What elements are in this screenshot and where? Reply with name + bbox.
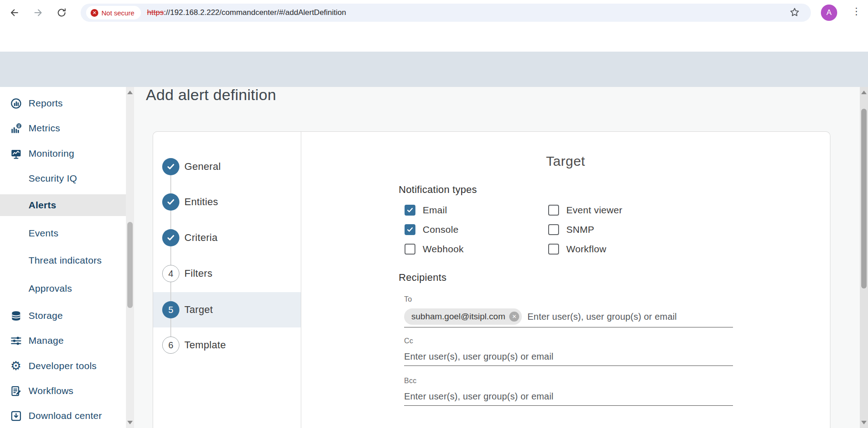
checkbox-checked-icon [405, 224, 415, 235]
checkbox-snmp[interactable]: SNMP [548, 224, 622, 235]
input-placeholder: Enter user(s), user group(s) or email [527, 312, 677, 322]
cc-field: CcEnter user(s), user group(s) or email [404, 337, 733, 366]
checkbox-webhook[interactable]: Webhook [405, 244, 548, 255]
notification-types-grid: EmailEvent viewerConsoleSNMPWebhookWorkf… [405, 200, 622, 259]
bookmark-star-icon[interactable] [789, 7, 800, 19]
metrics-icon [9, 121, 23, 135]
input-placeholder: Enter user(s), user group(s) or email [404, 351, 554, 362]
sidebar-item-label: Monitoring [29, 148, 74, 159]
field-label: To [404, 295, 733, 303]
sidebar-scrollbar[interactable] [126, 87, 134, 428]
download-icon [9, 409, 23, 423]
scroll-down-icon[interactable] [127, 421, 133, 424]
scroll-down-icon[interactable] [861, 421, 867, 424]
forward-icon[interactable] [32, 6, 44, 19]
chip-remove-icon[interactable]: ✕ [509, 312, 519, 322]
main-scrollbar-thumb[interactable] [861, 109, 867, 289]
checkbox-unchecked-icon [405, 244, 415, 255]
sidebar-item-manage[interactable]: Manage [0, 330, 126, 351]
chip-label: subham.goel@itsipl.com [411, 312, 505, 322]
sidebar-item-label: Security IQ [29, 173, 77, 184]
checkbox-label: Event viewer [566, 205, 622, 216]
sidebar-item-label: Alerts [29, 200, 56, 211]
to-input[interactable]: subham.goel@itsipl.com✕Enter user(s), us… [404, 306, 733, 327]
checkbox-email[interactable]: Email [405, 205, 548, 216]
sidebar-item-alerts[interactable]: Alerts [0, 194, 126, 216]
sidebar-item-label: Reports [29, 98, 63, 109]
sidebar-item-label: Threat indicators [29, 255, 102, 266]
sidebar-item-workflows[interactable]: Workflows [0, 380, 126, 402]
sidebar-item-storage[interactable]: Storage [0, 305, 126, 327]
sidebar-item-download-center[interactable]: Download center [0, 405, 126, 427]
url-rest: ://192.168.2.222/commandcenter/#/addAler… [164, 8, 346, 17]
bookmarks-bar: All Bookmarks [0, 25, 868, 52]
bcc-field: BccEnter user(s), user group(s) or email [404, 377, 733, 406]
sidebar-item-security-iq[interactable]: Security IQ [0, 168, 126, 189]
stepper-divider [301, 132, 301, 428]
checkbox-unchecked-icon [548, 244, 559, 255]
panel-title: Target [301, 154, 830, 169]
step-template[interactable]: 6Template [153, 334, 301, 356]
bcc-input[interactable]: Enter user(s), user group(s) or email [404, 388, 733, 406]
browser-toolbar: ✕ Not secure https://192.168.2.222/comma… [0, 0, 868, 25]
step-label: Filters [184, 268, 212, 279]
sidebar-item-label: Developer tools [29, 361, 96, 371]
step-label: Target [184, 304, 213, 316]
step-label: Template [184, 339, 226, 351]
step-filters[interactable]: 4Filters [153, 263, 301, 284]
checkbox-workflow[interactable]: Workflow [548, 244, 622, 255]
sidebar-item-label: Metrics [29, 123, 60, 134]
step-general[interactable]: General [153, 156, 301, 178]
checkbox-label: Webhook [423, 244, 463, 255]
sidebar-item-label: Download center [29, 410, 102, 421]
field-label: Bcc [404, 377, 733, 385]
recipient-chip[interactable]: subham.goel@itsipl.com✕ [404, 308, 522, 325]
recipients-heading: Recipients [399, 272, 447, 284]
browser-menu-icon[interactable]: ⋮ [852, 6, 861, 17]
checkbox-event-viewer[interactable]: Event viewer [548, 205, 622, 216]
input-placeholder: Enter user(s), user group(s) or email [404, 391, 554, 402]
sidebar-item-reports[interactable]: Reports [0, 92, 126, 114]
sidebar-item-approvals[interactable]: Approvals [0, 278, 126, 299]
step-label: Criteria [184, 232, 217, 244]
reports-icon [9, 96, 23, 110]
notification-types-heading: Notification types [399, 184, 477, 196]
not-secure-badge[interactable]: ✕ Not secure [86, 6, 141, 19]
checkbox-console[interactable]: Console [405, 224, 548, 235]
sidebar-scrollbar-thumb[interactable] [127, 222, 133, 308]
checkbox-label: SNMP [566, 224, 594, 235]
app-header: Commvault® SEARCH Search server, plans, … [0, 52, 868, 87]
step-entities[interactable]: Entities [153, 191, 301, 213]
back-icon[interactable] [8, 6, 21, 19]
sidebar-nav: ReportsMetricsMonitoringSecurity IQAlert… [0, 87, 134, 428]
step-number: 4 [162, 265, 179, 282]
step-check-icon [162, 193, 179, 211]
sidebar-item-monitoring[interactable]: Monitoring [0, 143, 126, 164]
sidebar-item-label: Approvals [29, 283, 72, 294]
sidebar-item-events[interactable]: Events [0, 222, 126, 244]
checkbox-checked-icon [405, 205, 415, 216]
sidebar-item-developer-tools[interactable]: ⚙Developer tools [0, 355, 126, 377]
checkbox-label: Workflow [566, 244, 606, 255]
sidebar-item-label: Storage [29, 310, 63, 321]
sidebar-item-threat-indicators[interactable]: Threat indicators [0, 250, 126, 271]
page-title: Add alert definition [146, 86, 276, 104]
screen: ✕ Not secure https://192.168.2.222/comma… [0, 0, 868, 428]
scroll-up-icon[interactable] [861, 91, 867, 94]
avatar-letter: A [826, 8, 831, 17]
checkbox-label: Console [423, 224, 458, 235]
browser-avatar[interactable]: A [821, 5, 837, 21]
step-target[interactable]: 5Target [153, 299, 301, 321]
reload-icon[interactable] [55, 6, 68, 19]
field-label: Cc [404, 337, 733, 345]
address-bar[interactable]: ✕ Not secure https://192.168.2.222/comma… [81, 4, 811, 22]
devtools-icon: ⚙ [9, 359, 23, 373]
scroll-up-icon[interactable] [127, 91, 133, 94]
url-text[interactable]: https://192.168.2.222/commandcenter/#/ad… [147, 8, 346, 17]
monitoring-icon [9, 147, 23, 160]
cc-input[interactable]: Enter user(s), user group(s) or email [404, 348, 733, 366]
sidebar-item-metrics[interactable]: Metrics [0, 117, 126, 139]
step-criteria[interactable]: Criteria [153, 227, 301, 249]
step-label: General [184, 161, 221, 173]
main-scrollbar[interactable] [860, 87, 868, 428]
